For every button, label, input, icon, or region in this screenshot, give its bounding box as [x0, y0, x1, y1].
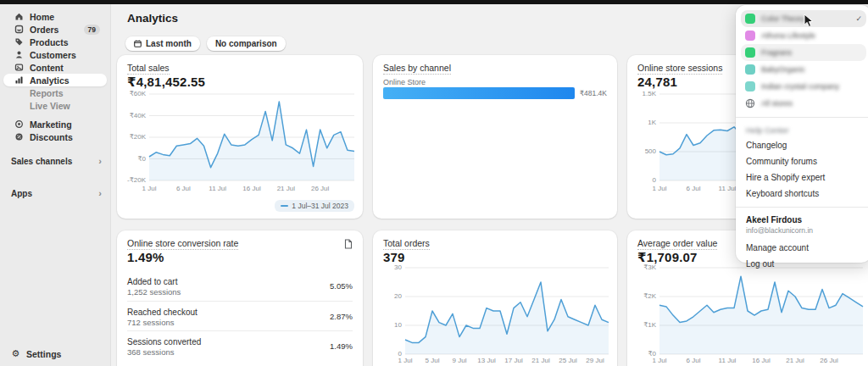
channel-bar — [383, 87, 575, 99]
store-avatar — [745, 47, 755, 58]
sidebar-item-orders[interactable]: Orders 79 — [3, 23, 107, 36]
sidebar-item-content[interactable]: Content — [3, 61, 107, 74]
content-icon — [14, 63, 24, 72]
card-total-sales: Total sales ₹4,81,452.55 ₹60K₹40K₹20K₹0-… — [117, 55, 363, 219]
card-title-link[interactable]: Sales by channel — [383, 63, 451, 73]
store-item[interactable]: Indian crystal company — [741, 78, 866, 95]
sidebar-item-label: Discounts — [30, 132, 73, 142]
divider — [736, 207, 868, 208]
sidebar-item-label: Reports — [30, 88, 64, 98]
sidebar-item-settings[interactable]: ⚙ Settings — [0, 348, 121, 359]
sidebar-item-live-view[interactable]: Live View — [3, 99, 107, 112]
divider — [736, 117, 868, 118]
sidebar-item-label: Analytics — [30, 75, 70, 86]
sidebar-section-sales-channels[interactable]: Sales channels › — [0, 155, 110, 167]
sidebar-section-apps[interactable]: Apps › — [0, 187, 110, 199]
sessions-value: 24,781 — [637, 75, 677, 89]
mouse-cursor — [804, 14, 815, 28]
customers-icon — [14, 50, 24, 59]
card-title-link[interactable]: Average order value — [637, 238, 717, 248]
conversion-value: 1.49% — [127, 250, 164, 264]
analytics-icon — [14, 75, 24, 85]
store-item[interactable]: Athona Lifestyle — [741, 27, 866, 44]
card-conversion-rate: Online store conversion rate 1.49% Added… — [117, 230, 363, 366]
menu-item-hire-expert[interactable]: Hire a Shopify expert — [736, 169, 868, 186]
menu-item-community-forums[interactable]: Community forums — [736, 153, 868, 169]
user-menu-dropdown: Color Theory ✓ Athona Lifestyle Fragrans… — [736, 5, 868, 263]
orders-icon — [14, 25, 24, 34]
store-avatar — [745, 30, 755, 41]
sidebar-item-label: Content — [30, 63, 64, 73]
top-chrome-bar — [0, 0, 868, 4]
menu-item-help-center[interactable]: Help Center — [736, 123, 868, 137]
calendar-icon — [134, 40, 142, 47]
legend-line-swatch — [281, 205, 288, 207]
comparison-label: No comparison — [215, 39, 277, 48]
sidebar-item-label: Orders — [30, 25, 58, 35]
store-item[interactable]: Fragrans — [741, 44, 866, 61]
menu-item-manage-account[interactable]: Manage account — [736, 240, 868, 256]
chart-legend: 1 Jul–31 Jul 2023 — [275, 200, 354, 212]
card-total-orders: Total orders 379 30201001 Jul5 Jul9 Jul1… — [373, 230, 617, 366]
account-email: info@blackunicorn.in — [746, 226, 861, 235]
chevron-right-icon: › — [98, 156, 102, 166]
sidebar-item-label: Live View — [30, 101, 70, 111]
sidebar-item-label: Customers — [30, 50, 76, 60]
section-label: Apps — [11, 189, 32, 198]
total-sales-chart: ₹60K₹40K₹20K₹0-₹20K1 Jul6 Jul11 Jul16 Ju… — [124, 89, 358, 192]
sidebar-item-marketing[interactable]: Marketing — [3, 118, 107, 130]
conversion-row-sessions-converted: Sessions converted 368 sessions 1.49% — [127, 330, 353, 361]
products-icon — [14, 37, 24, 47]
report-doc-icon[interactable] — [344, 239, 353, 249]
gear-icon: ⚙ — [11, 348, 20, 359]
card-title-link[interactable]: Total orders — [383, 238, 430, 248]
store-avatar — [745, 64, 755, 75]
card-title-link[interactable]: Online store sessions — [637, 63, 722, 73]
card-title-link[interactable]: Total sales — [127, 63, 170, 73]
sidebar-item-discounts[interactable]: Discounts — [3, 130, 107, 143]
conversion-row-added-to-cart: Added to cart 1,252 sessions 5.05% — [127, 271, 353, 301]
sidebar-item-label: Products — [30, 37, 69, 47]
sidebar: Home Orders 79 Products Customers Conten… — [0, 4, 111, 366]
channel-bar-value: ₹481.4K — [580, 89, 607, 97]
filter-bar: Last month No comparison — [125, 36, 286, 51]
sidebar-item-customers[interactable]: Customers — [3, 48, 107, 61]
sidebar-item-home[interactable]: Home — [3, 10, 107, 23]
sidebar-item-label: Home — [30, 12, 54, 22]
channel-name: Online Store — [383, 78, 426, 86]
settings-label: Settings — [26, 349, 61, 359]
orders-chart: 30201001 Jul5 Jul9 Jul13 Jul17 Jul21 Jul… — [380, 263, 612, 364]
total-sales-value: ₹4,81,452.55 — [127, 75, 205, 90]
orders-count-badge: 79 — [84, 25, 100, 35]
globe-icon — [745, 98, 755, 108]
chevron-right-icon: › — [98, 188, 102, 198]
card-title-link[interactable]: Online store conversion rate — [127, 238, 238, 248]
account-info: Akeel Firdous info@blackunicorn.in — [736, 213, 868, 236]
home-icon — [14, 12, 24, 21]
page-title: Analytics — [127, 12, 178, 25]
all-stores-item[interactable]: All stores — [741, 95, 866, 112]
sidebar-item-analytics[interactable]: Analytics — [3, 74, 107, 86]
check-icon: ✓ — [855, 14, 862, 23]
comparison-button[interactable]: No comparison — [207, 36, 286, 51]
store-avatar — [745, 14, 755, 24]
store-avatar — [745, 81, 755, 92]
date-range-label: Last month — [146, 39, 192, 48]
account-name: Akeel Firdous — [746, 215, 861, 225]
sidebar-item-reports[interactable]: Reports — [3, 86, 107, 99]
sidebar-item-products[interactable]: Products — [3, 36, 107, 48]
menu-item-keyboard-shortcuts[interactable]: Keyboard shortcuts — [736, 186, 868, 202]
menu-item-log-out[interactable]: Log out — [736, 256, 868, 272]
discounts-icon — [14, 132, 24, 141]
marketing-icon — [14, 119, 24, 129]
section-label: Sales channels — [11, 157, 72, 166]
conversion-row-reached-checkout: Reached checkout 712 sessions 2.87% — [127, 301, 353, 331]
date-range-button[interactable]: Last month — [125, 36, 200, 51]
sidebar-item-label: Marketing — [30, 119, 72, 130]
card-sales-by-channel: Sales by channel Online Store ₹481.4K — [373, 55, 617, 219]
menu-item-changelog[interactable]: Changelog — [736, 137, 868, 153]
aov-chart: ₹3K₹2K₹1K₹01 Jul6 Jul11 Jul16 Jul21 Jul2… — [634, 263, 866, 364]
store-item[interactable]: BabyOrganic — [741, 61, 866, 78]
legend-label: 1 Jul–31 Jul 2023 — [292, 202, 348, 210]
